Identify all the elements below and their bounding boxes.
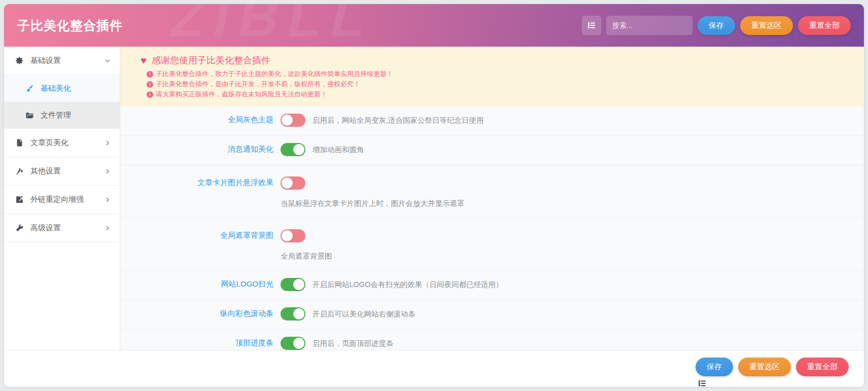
- document-icon: [15, 138, 24, 147]
- notice-line-text: 子比美化整合插件，是由子比开发，开发不易，版权所有，侵权必究！: [156, 79, 360, 89]
- setting-label: 全局灰色主题: [120, 112, 281, 130]
- setting-row: 全局遮罩背景图 全局遮罩背景图: [120, 218, 864, 271]
- header-buttons: 保存重置选区重置全部: [698, 16, 851, 35]
- info-icon: i: [147, 91, 153, 98]
- sidebar: 基础设置 基础美化 文件管理 文章页美化 其他设置 外链重定向增强 高级设置: [4, 47, 120, 350]
- setting-row: 文章卡片图片悬浮效果 当鼠标悬浮在文章卡片图片上时，图片会放大并显示遮罩: [120, 165, 864, 218]
- sidebar-item-external-link[interactable]: 外链重定向增强: [4, 186, 120, 214]
- footer-buttons: 保存重置选区重置全部: [696, 358, 849, 376]
- chevron-down-icon: [105, 58, 111, 64]
- sidebar-item-wrench[interactable]: 高级设置: [4, 214, 120, 242]
- setting-description: 启用后，页面顶部进度条: [313, 339, 394, 348]
- notice-title: 感谢您使用子比美化整合插件: [152, 54, 270, 66]
- chevron-right-icon: [105, 225, 111, 231]
- main-area: 基础设置 基础美化 文件管理 文章页美化 其他设置 外链重定向增强 高级设置: [4, 47, 864, 350]
- toggle-switch-on[interactable]: [281, 307, 305, 321]
- toggle-switch-off[interactable]: [281, 176, 305, 190]
- toggle-switch-off[interactable]: [281, 229, 305, 242]
- header: ZIBLL 子比美化整合插件 保存重置选区重置全部: [4, 4, 864, 47]
- brush-icon: [25, 84, 34, 93]
- toggle-knob: [282, 230, 293, 241]
- setting-description: 全局遮罩背景图: [281, 252, 854, 261]
- sidebar-item-label: 基础设置: [30, 56, 105, 65]
- toggle-knob: [293, 308, 304, 319]
- notice-line: i 请大家购买正版插件，盗版存在未知风险且无法自动更新！: [141, 89, 857, 99]
- notice-line-text: 请大家购买正版插件，盗版存在未知风险且无法自动更新！: [156, 89, 327, 99]
- toggle-switch-on[interactable]: [281, 337, 305, 350]
- plugin-settings-window: ZIBLL 子比美化整合插件 保存重置选区重置全部 基础设置 基础美化 文件管理…: [4, 4, 864, 387]
- setting-label: 消息通知美化: [120, 141, 281, 160]
- notice-line-text: 子比美化整合插件，致力于子比主题的美化，这款美化插件简单实用且持续更新！: [156, 69, 393, 79]
- folder-icon: [25, 111, 34, 120]
- footer-orange-button[interactable]: 重置选区: [738, 358, 791, 376]
- toggle-knob: [293, 279, 304, 290]
- page-title: 子比美化整合插件: [17, 17, 123, 34]
- footer-red-button[interactable]: 重置全部: [796, 358, 849, 376]
- setting-description: 当鼠标悬浮在文章卡片图片上时，图片会放大并显示遮罩: [281, 199, 854, 208]
- settings-rows: 全局灰色主题 启用后，网站全局变灰,适合国家公祭日等纪念日使用 消息通知美化 增…: [120, 106, 864, 359]
- search-input[interactable]: [606, 16, 692, 35]
- setting-description: 开启后可以美化网站右侧滚动条: [313, 309, 415, 319]
- toggle-knob: [293, 144, 304, 155]
- pen-icon: [15, 167, 24, 175]
- setting-label: 全局遮罩背景图: [120, 227, 281, 261]
- info-icon: i: [147, 71, 153, 78]
- info-icon: i: [147, 81, 153, 88]
- setting-row: 网站LOGO扫光 开启后网站LOGO会有扫光的效果（日间夜间都已经适用）: [120, 271, 864, 300]
- header-blue-button[interactable]: 保存: [698, 16, 735, 35]
- footer: 保存重置选区重置全部: [4, 350, 864, 387]
- sidebar-item-label: 外链重定向增强: [30, 195, 105, 204]
- external-link-icon: [15, 195, 24, 204]
- chevron-right-icon: [105, 140, 111, 146]
- header-toolbar: 保存重置选区重置全部: [582, 16, 851, 35]
- sidebar-item-folder[interactable]: 文件管理: [4, 102, 120, 129]
- notice-lines: i 子比美化整合插件，致力于子比主题的美化，这款美化插件简单实用且持续更新！ i…: [141, 69, 857, 99]
- sidebar-item-brush[interactable]: 基础美化: [4, 75, 120, 102]
- toggle-switch-on[interactable]: [281, 143, 305, 156]
- sidebar-item-pen[interactable]: 其他设置: [4, 157, 120, 186]
- sidebar-item-document[interactable]: 文章页美化: [4, 129, 120, 157]
- setting-row: 全局灰色主题 启用后，网站全局变灰,适合国家公祭日等纪念日使用: [120, 106, 864, 136]
- setting-description: 开启后网站LOGO会有扫光的效果（日间夜间都已经适用）: [313, 280, 503, 290]
- gear-icon: [15, 56, 24, 65]
- footer-blue-button[interactable]: 保存: [696, 358, 733, 376]
- wrench-icon: [15, 224, 24, 232]
- setting-description: 启用后，网站全局变灰,适合国家公祭日等纪念日使用: [313, 116, 484, 125]
- notice-line: i 子比美化整合插件，是由子比开发，开发不易，版权所有，侵权必究！: [141, 79, 857, 89]
- content-area: ♥ 感谢您使用子比美化整合插件 i 子比美化整合插件，致力于子比主题的美化，这款…: [120, 47, 864, 350]
- heart-icon: ♥: [141, 55, 147, 65]
- toggle-switch-off[interactable]: [281, 114, 305, 127]
- setting-description: 增加动画和圆角: [313, 145, 364, 155]
- sidebar-item-label: 高级设置: [30, 223, 105, 233]
- toggle-switch-on[interactable]: [281, 278, 305, 291]
- chevron-right-icon: [105, 197, 111, 203]
- toggle-knob: [282, 177, 293, 189]
- setting-row: 纵向彩色滚动条 开启后可以美化网站右侧滚动条: [120, 300, 864, 330]
- sidebar-item-gear[interactable]: 基础设置: [4, 47, 120, 75]
- setting-label: 纵向彩色滚动条: [120, 305, 281, 324]
- sidebar-item-label: 文章页美化: [30, 138, 105, 148]
- header-orange-button[interactable]: 重置选区: [740, 16, 793, 35]
- sidebar-item-label: 文件管理: [41, 111, 111, 120]
- chevron-right-icon: [105, 168, 111, 174]
- header-red-button[interactable]: 重置全部: [798, 16, 851, 35]
- sidebar-item-label: 基础美化: [41, 84, 111, 93]
- sidebar-item-label: 其他设置: [30, 166, 105, 176]
- setting-label: 文章卡片图片悬浮效果: [120, 174, 281, 208]
- thanks-notice: ♥ 感谢您使用子比美化整合插件 i 子比美化整合插件，致力于子比主题的美化，这款…: [120, 47, 864, 106]
- notice-line: i 子比美化整合插件，致力于子比主题的美化，这款美化插件简单实用且持续更新！: [141, 69, 857, 79]
- toggle-knob: [293, 338, 304, 349]
- setting-row: 消息通知美化 增加动画和圆角: [120, 136, 864, 165]
- toggle-knob: [282, 115, 293, 126]
- menu-indent-icon[interactable]: [698, 379, 706, 387]
- menu-indent-icon[interactable]: [582, 16, 601, 35]
- notice-title-row: ♥ 感谢您使用子比美化整合插件: [141, 54, 857, 66]
- header-watermark: ZIBLL: [165, 4, 383, 47]
- setting-label: 网站LOGO扫光: [120, 276, 281, 295]
